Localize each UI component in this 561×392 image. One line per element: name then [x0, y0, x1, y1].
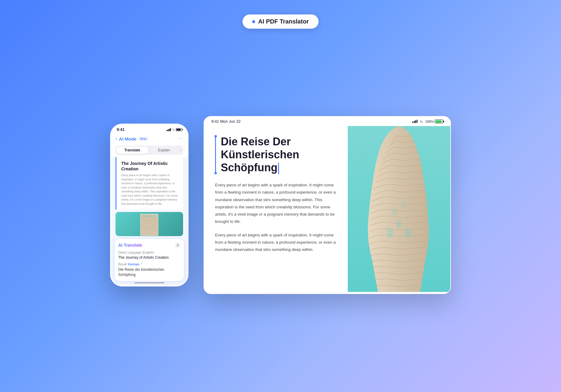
- tab-switcher: Translate Explain ›: [116, 146, 183, 155]
- phone-building-image: [116, 212, 183, 236]
- more-options-icon[interactable]: ···: [178, 136, 183, 141]
- tab-arrow-icon: ›: [180, 148, 182, 152]
- svg-rect-3: [146, 215, 149, 217]
- signal-icon: [166, 128, 171, 131]
- svg-rect-5: [154, 215, 156, 217]
- phone-nav: ‹ AI Mode Beta ···: [111, 134, 188, 144]
- building-svg: [348, 126, 450, 292]
- battery-icon: [176, 128, 182, 131]
- phone-tabs: Translate Explain ›: [111, 144, 188, 157]
- badge-dot: [252, 20, 255, 23]
- phone-image-preview: [116, 212, 183, 236]
- nav-title: AI Mode: [119, 136, 136, 141]
- phone-device: 9:41 ∿ ‹ AI Mode Beta: [110, 124, 189, 286]
- svg-rect-2: [143, 215, 145, 217]
- tablet-status-bar: 9:41 Mon Jun 22 ∿ 100%: [204, 117, 450, 126]
- tablet-image-area: [348, 126, 450, 292]
- badge-label: AI PDF Translator: [258, 18, 309, 25]
- detect-lang-label: Detect Language (English): [118, 251, 180, 254]
- tablet-signal-icon: [412, 120, 417, 123]
- svg-rect-8: [387, 229, 393, 238]
- nav-left: ‹ AI Mode Beta: [116, 136, 148, 141]
- tablet-title-area: Die Reise Der Künstlerischen Schöpfung: [215, 135, 337, 174]
- battery-pct: 100%: [425, 120, 434, 123]
- phone-doc-content: The Journey Of Artistic Creation Every p…: [116, 157, 183, 210]
- accent-line: [215, 135, 216, 174]
- svg-rect-12: [401, 201, 406, 208]
- title-line2: Künstlerischen: [221, 148, 299, 161]
- tablet-time-date: 9:41 Mon Jun 22: [211, 119, 241, 124]
- ai-translate-panel: AI Translate ✕ Detect Language (English)…: [114, 239, 184, 281]
- tablet-body-text-2: Every piece of art begins with a spark o…: [215, 232, 337, 254]
- title-line1: Die Reise Der: [221, 135, 291, 148]
- tablet-building-image: [348, 126, 450, 292]
- phone-status-icons: ∿: [166, 128, 182, 131]
- devices-container: 9:41 ∿ ‹ AI Mode Beta: [110, 116, 451, 294]
- title-line3: Schöpfung: [221, 161, 277, 174]
- result-label: Result: [118, 263, 127, 266]
- result-translated-text: Die Reise der künstlerischen Schöpfung: [118, 267, 180, 277]
- source-text: The Journey of Artistic Creation: [118, 255, 180, 260]
- tab-explain[interactable]: Explain: [148, 147, 180, 154]
- home-indicator: [134, 282, 164, 283]
- panel-title: AI Translate: [118, 243, 142, 248]
- wifi-icon: ∿: [172, 128, 175, 131]
- phone-status-bar: 9:41 ∿: [111, 124, 188, 134]
- svg-rect-10: [405, 229, 411, 238]
- svg-rect-9: [396, 220, 401, 228]
- building-illustration: [134, 212, 164, 236]
- result-row: Result German ⌃: [118, 263, 180, 266]
- tablet-text-area: Die Reise Der Künstlerischen Schöpfung E…: [204, 126, 348, 292]
- chevron-icon[interactable]: ⌃: [141, 263, 143, 266]
- accent-dot-top: [214, 135, 217, 138]
- tablet-battery: 100%: [425, 119, 443, 123]
- tablet-title-block: Die Reise Der Künstlerischen Schöpfung: [221, 135, 299, 174]
- beta-badge: Beta: [138, 137, 148, 141]
- svg-rect-4: [150, 215, 152, 217]
- tab-translate[interactable]: Translate: [116, 147, 148, 154]
- svg-rect-11: [391, 207, 397, 215]
- result-lang: German: [128, 263, 139, 266]
- close-icon[interactable]: ✕: [175, 242, 180, 248]
- phone-doc-title: The Journey Of Artistic Creation: [121, 161, 178, 172]
- back-arrow-icon[interactable]: ‹: [116, 136, 117, 141]
- tablet-status-right: ∿ 100%: [412, 119, 443, 124]
- tablet-wifi-icon: ∿: [420, 119, 423, 124]
- phone-time: 9:41: [117, 127, 125, 132]
- tablet-main-title: Die Reise Der Künstlerischen Schöpfung: [221, 135, 299, 174]
- title-cursor: [278, 163, 279, 174]
- accent-dot-bottom: [214, 172, 217, 174]
- panel-header: AI Translate ✕: [118, 242, 180, 248]
- tablet-device: 9:41 Mon Jun 22 ∿ 100%: [204, 116, 451, 294]
- tablet-body-text-1: Every piece of art begins with a spark o…: [215, 182, 337, 226]
- tablet-content: Die Reise Der Künstlerischen Schöpfung E…: [204, 126, 450, 292]
- top-badge: AI PDF Translator: [242, 14, 319, 29]
- phone-doc-body: Every piece of art begins with a spark o…: [121, 173, 178, 206]
